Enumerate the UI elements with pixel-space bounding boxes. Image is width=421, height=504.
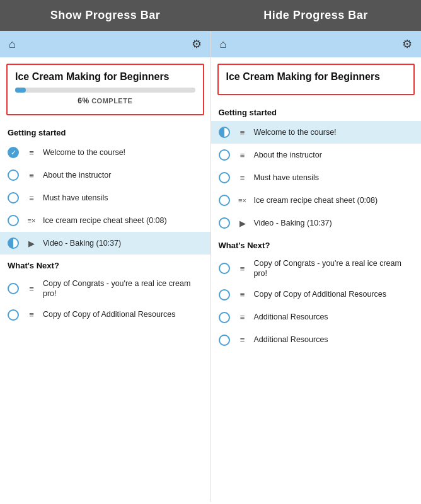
status-icon: ✓: [6, 146, 20, 159]
section: Getting started ✓ ≡ Welcome to the cours…: [0, 122, 211, 255]
text-lines-icon: ≡: [236, 171, 249, 184]
list-item[interactable]: ≡ About the instructor: [211, 144, 422, 166]
status-icon: [217, 193, 231, 207]
empty-circle-icon: [219, 289, 230, 301]
left-panel: ⌂ ⚙ Ice Cream Making for Beginners 6% CO…: [0, 31, 211, 502]
item-text: Ice cream recipe cheat sheet (0:08): [43, 215, 167, 226]
item-text: Copy of Congrats - you're a real ice cre…: [43, 278, 204, 299]
item-text: Video - Baking (10:37): [43, 238, 121, 248]
section-heading: What's Next?: [0, 255, 211, 274]
list-item[interactable]: ▶ Video - Baking (10:37): [0, 232, 211, 255]
status-icon: [217, 288, 231, 302]
progress-complete-text: COMPLETE: [91, 97, 132, 105]
empty-circle-icon: [8, 309, 19, 321]
half-circle-icon: [8, 238, 19, 249]
section-heading: Getting started: [0, 122, 211, 141]
item-text: Ice cream recipe cheat sheet (0:08): [254, 195, 378, 205]
item-text: Additional Resources: [254, 312, 328, 322]
item-text: Additional Resources: [254, 335, 328, 345]
left-settings-icon[interactable]: ⚙: [192, 37, 202, 51]
status-icon: [217, 216, 231, 230]
empty-circle-icon: [219, 217, 230, 229]
list-item[interactable]: ≡ Copy of Congrats - you're a real ice c…: [211, 254, 422, 284]
text-lines-icon: ≡: [236, 289, 249, 301]
section: Getting started ≡ Welcome to the course!…: [211, 101, 422, 234]
header-row: Show Progress Bar Hide Progress Bar: [0, 0, 421, 31]
right-course-title: Ice Cream Making for Beginners: [226, 71, 407, 83]
left-course-title: Ice Cream Making for Beginners: [15, 71, 195, 83]
cheatsheet-icon: ≡×: [236, 194, 249, 207]
text-lines-icon: ≡: [236, 311, 249, 324]
left-sections: Getting started ✓ ≡ Welcome to the cours…: [0, 122, 211, 326]
text-lines-icon: ≡: [25, 169, 38, 181]
right-home-icon[interactable]: ⌂: [220, 38, 227, 51]
progress-label: 6% COMPLETE: [15, 96, 195, 105]
hide-progress-label: Hide Progress Bar: [211, 0, 421, 31]
text-lines-icon: ≡: [25, 192, 38, 204]
item-text: Welcome to the course!: [254, 127, 337, 137]
list-item[interactable]: ≡ Must have utensils: [211, 166, 422, 189]
list-item[interactable]: ≡ Must have utensils: [0, 186, 211, 209]
right-nav-bar: ⌂ ⚙: [211, 31, 422, 57]
left-title-card: Ice Cream Making for Beginners 6% COMPLE…: [6, 64, 204, 115]
status-icon: [217, 261, 231, 275]
item-text: Copy of Congrats - you're a real ice cre…: [254, 258, 415, 279]
video-icon: ▶: [236, 217, 249, 229]
status-icon: [217, 333, 231, 347]
section: What's Next? ≡ Copy of Congrats - you're…: [0, 255, 211, 326]
empty-circle-icon: [8, 192, 19, 203]
right-title-card: Ice Cream Making for Beginners: [217, 64, 415, 95]
right-sections: Getting started ≡ Welcome to the course!…: [211, 101, 422, 352]
left-nav-bar: ⌂ ⚙: [0, 31, 211, 57]
progress-bar-track: [15, 88, 195, 93]
status-icon: [6, 308, 20, 322]
list-item[interactable]: ≡ Additional Resources: [211, 306, 422, 329]
cheatsheet-icon: ≡×: [25, 214, 38, 227]
progress-bar-fill: [15, 88, 26, 93]
section: What's Next? ≡ Copy of Congrats - you're…: [211, 234, 422, 352]
text-lines-icon: ≡: [236, 149, 249, 161]
empty-circle-icon: [8, 215, 19, 226]
video-icon: ▶: [25, 237, 38, 249]
status-icon: [6, 168, 20, 182]
text-lines-icon: ≡: [236, 262, 249, 275]
empty-circle-icon: [8, 283, 19, 294]
empty-circle-icon: [219, 149, 230, 161]
list-item[interactable]: ≡ Welcome to the course!: [211, 121, 422, 144]
item-text: About the instructor: [254, 150, 322, 160]
section-heading: Getting started: [211, 101, 422, 121]
text-lines-icon: ≡: [236, 334, 249, 346]
panels-container: ⌂ ⚙ Ice Cream Making for Beginners 6% CO…: [0, 31, 421, 502]
item-text: Video - Baking (10:37): [254, 218, 332, 228]
empty-circle-icon: [219, 263, 230, 274]
status-icon: [217, 148, 231, 162]
status-icon: [6, 191, 20, 205]
list-item[interactable]: ≡ Copy of Copy of Additional Resources: [0, 304, 211, 326]
item-text: Copy of Copy of Additional Resources: [254, 289, 387, 299]
empty-circle-icon: [219, 172, 230, 183]
right-settings-icon[interactable]: ⚙: [402, 37, 412, 51]
status-icon: [6, 236, 20, 250]
list-item[interactable]: ▶ Video - Baking (10:37): [211, 212, 422, 234]
progress-pct: 6%: [78, 96, 89, 105]
right-panel: ⌂ ⚙ Ice Cream Making for Beginners Getti…: [211, 31, 422, 502]
list-item[interactable]: ≡× Ice cream recipe cheat sheet (0:08): [0, 209, 211, 232]
empty-circle-icon: [8, 169, 19, 181]
list-item[interactable]: ≡ Copy of Congrats - you're a real ice c…: [0, 274, 211, 304]
status-icon: [217, 311, 231, 324]
list-item[interactable]: ≡ About the instructor: [0, 164, 211, 186]
list-item[interactable]: ≡ Additional Resources: [211, 329, 422, 352]
text-lines-icon: ≡: [236, 126, 249, 139]
section-heading: What's Next?: [211, 234, 422, 254]
empty-circle-icon: [219, 335, 230, 346]
item-text: Welcome to the course!: [43, 147, 125, 158]
item-text: Must have utensils: [43, 193, 108, 203]
text-lines-icon: ≡: [25, 146, 38, 159]
list-item[interactable]: ✓ ≡ Welcome to the course!: [0, 141, 211, 164]
status-icon: [217, 171, 231, 185]
list-item[interactable]: ≡× Ice cream recipe cheat sheet (0:08): [211, 189, 422, 212]
item-text: Must have utensils: [254, 173, 320, 183]
status-icon: [6, 282, 20, 295]
list-item[interactable]: ≡ Copy of Copy of Additional Resources: [211, 284, 422, 306]
left-home-icon[interactable]: ⌂: [9, 38, 16, 51]
